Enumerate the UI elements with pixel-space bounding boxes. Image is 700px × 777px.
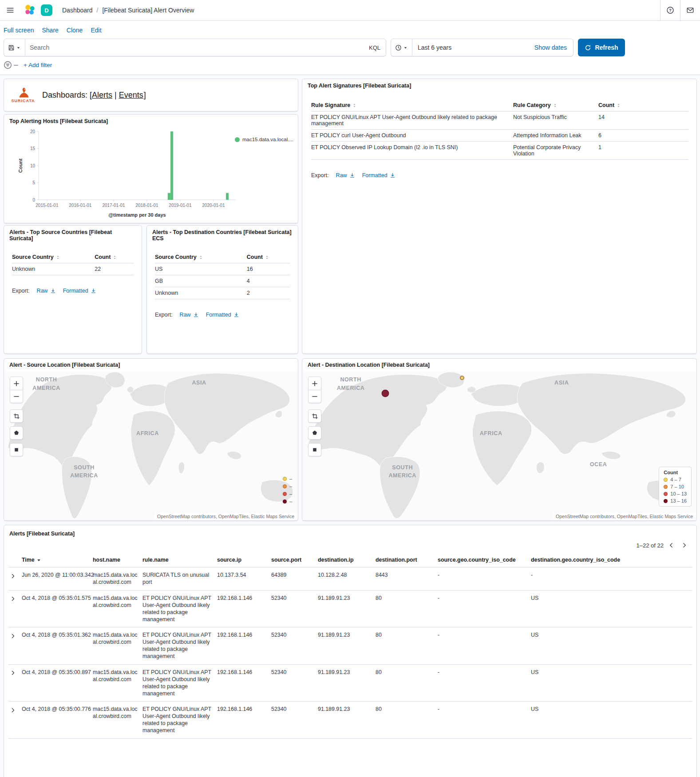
map-canvas[interactable]: NORTHAMERICA ASIA AFRICA SOUTHAMERICA OC…: [303, 371, 696, 520]
column-header-rule-category[interactable]: Rule Category: [513, 99, 598, 111]
table-row: Jun 26, 2020 @ 11:00:03.342 mac15.data.v…: [8, 567, 692, 591]
zoom-out-button[interactable]: [10, 390, 23, 403]
table-row: US 16: [155, 263, 290, 275]
share-link[interactable]: Share: [42, 27, 58, 34]
draw-rectangle-button[interactable]: [308, 443, 321, 456]
column-header-time[interactable]: Time: [22, 553, 93, 567]
export-formatted-link[interactable]: Formatted: [362, 172, 395, 178]
time-range-value[interactable]: Last 6 years: [412, 44, 528, 51]
column-header-source-geo[interactable]: source.geo.country_iso_code: [438, 553, 531, 567]
expand-row-button[interactable]: [8, 669, 17, 677]
help-button[interactable]: [660, 0, 680, 20]
refresh-icon: [585, 44, 591, 51]
refresh-button[interactable]: Refresh: [578, 39, 625, 56]
top-alert-signatures-panel: Top Alert Signatures [Filebeat Suricata]…: [302, 79, 697, 354]
export-row: Export: Raw Formatted: [311, 172, 688, 178]
kql-label[interactable]: KQL: [364, 44, 386, 51]
cell-destination-port: 80: [376, 702, 438, 739]
column-header-destination-geo[interactable]: destination.geo.country_iso_code: [531, 553, 692, 567]
fit-to-data-button[interactable]: [10, 409, 23, 423]
saved-query-menu-button[interactable]: [4, 39, 25, 56]
column-header-source-ip[interactable]: source.ip: [217, 553, 271, 567]
zoom-out-button[interactable]: [308, 390, 321, 403]
sort-icon: [352, 103, 357, 108]
cell-destination-port: 80: [376, 627, 438, 665]
chart-legend-item[interactable]: mac15.data.va.local....: [235, 137, 298, 142]
expand-row-button[interactable]: [8, 572, 17, 580]
export-raw-link[interactable]: Raw: [336, 172, 355, 178]
time-picker-menu-button[interactable]: [391, 39, 412, 56]
export-formatted-link[interactable]: Formatted: [63, 288, 96, 294]
map-marker-us[interactable]: [382, 390, 389, 397]
filter-options-button[interactable]: [4, 61, 18, 69]
search-input[interactable]: [25, 44, 364, 51]
cell-count: 6: [598, 130, 688, 142]
column-header-count[interactable]: Count: [95, 251, 134, 263]
export-raw-link[interactable]: Raw: [37, 288, 56, 294]
add-filter-link[interactable]: + Add filter: [24, 62, 52, 68]
column-header-rule-name[interactable]: rule.name: [142, 553, 217, 567]
polygon-icon: [312, 430, 318, 436]
menu-button[interactable]: [0, 0, 20, 21]
legend-dot: [283, 477, 287, 481]
table-row: Oct 4, 2018 @ 05:35:01.362 mac15.data.va…: [8, 627, 692, 665]
zoom-in-button[interactable]: [308, 377, 321, 390]
destination-countries-table: Source Country Count US 16 GB 4 Unknown …: [155, 251, 290, 299]
fit-to-data-button[interactable]: [308, 409, 321, 423]
cell-destination-ip: 10.128.2.48: [318, 567, 376, 591]
panel-title: Alerts - Top Source Countries [Filebeat …: [4, 226, 142, 242]
show-dates-link[interactable]: Show dates: [528, 44, 573, 51]
column-header-source-port[interactable]: source.port: [271, 553, 318, 567]
legend-dot: [283, 500, 287, 503]
hosts-bar-chart[interactable]: 051015202015-01-012016-01-012017-01-0120…: [17, 126, 239, 219]
download-icon: [91, 288, 96, 294]
column-header-destination-port[interactable]: destination.port: [376, 553, 438, 567]
map-marker-gb[interactable]: [460, 376, 464, 380]
breadcrumb-dashboard[interactable]: Dashboard: [62, 7, 93, 14]
column-header-destination-ip[interactable]: destination.ip: [318, 553, 376, 567]
draw-polygon-button[interactable]: [308, 426, 321, 440]
space-badge[interactable]: D: [41, 4, 52, 16]
zoom-in-button[interactable]: [10, 377, 23, 390]
column-header-count[interactable]: Count: [247, 251, 290, 263]
chevron-right-icon: [10, 670, 16, 676]
alerts-dashboard-link[interactable]: Alerts: [92, 91, 112, 99]
cell-count: 4: [247, 275, 290, 287]
cell-host-name: mac15.data.va.local.crowbird.com: [93, 664, 142, 702]
column-header-source-country[interactable]: Source Country: [155, 251, 247, 263]
draw-polygon-button[interactable]: [10, 426, 23, 440]
search-box: KQL: [4, 39, 386, 56]
svg-text:2015-01-01: 2015-01-01: [36, 203, 59, 208]
column-header-host-name[interactable]: host.name: [93, 553, 142, 567]
events-dashboard-link[interactable]: Events: [119, 91, 143, 99]
map-canvas[interactable]: NORTHAMERICA ASIA AFRICA SOUTHAMERICA – …: [4, 371, 297, 520]
expand-row-button[interactable]: [8, 706, 17, 714]
cell-destination-ip: 91.189.91.23: [318, 590, 376, 627]
chevron-right-icon: [681, 542, 688, 548]
map-legend[interactable]: – – – –: [283, 476, 292, 504]
panel-title: Top Alert Signatures [Filebeat Suricata]: [302, 79, 696, 89]
full-screen-link[interactable]: Full screen: [4, 27, 34, 34]
draw-rectangle-button[interactable]: [10, 443, 23, 456]
elastic-logo[interactable]: [24, 4, 36, 16]
newsfeed-button[interactable]: [680, 0, 700, 20]
alerts-table: Time host.name rule.name source.ip sourc…: [8, 553, 692, 739]
expand-row-button[interactable]: [8, 632, 17, 640]
next-page-button[interactable]: [679, 539, 690, 551]
clone-link[interactable]: Clone: [67, 27, 83, 34]
sort-descending-icon: [36, 557, 42, 563]
previous-page-button[interactable]: [665, 539, 677, 551]
column-header-count[interactable]: Count: [598, 99, 688, 111]
export-formatted-link[interactable]: Formatted: [206, 312, 239, 318]
column-header-rule-signature[interactable]: Rule Signature: [311, 99, 513, 111]
cell-destination-ip: 91.189.91.23: [318, 627, 376, 665]
column-header-source-country[interactable]: Source Country: [12, 251, 95, 263]
breadcrumb-separator: /: [97, 7, 99, 14]
svg-text:Count: Count: [18, 159, 23, 173]
export-raw-link[interactable]: Raw: [180, 312, 199, 318]
export-label: Export:: [12, 288, 30, 294]
map-legend[interactable]: Count 4 – 7 7 – 10 10 – 13 13 – 16: [659, 467, 692, 507]
edit-link[interactable]: Edit: [91, 27, 101, 34]
expand-row-button[interactable]: [8, 595, 17, 603]
cell-source-geo: -: [438, 627, 531, 665]
